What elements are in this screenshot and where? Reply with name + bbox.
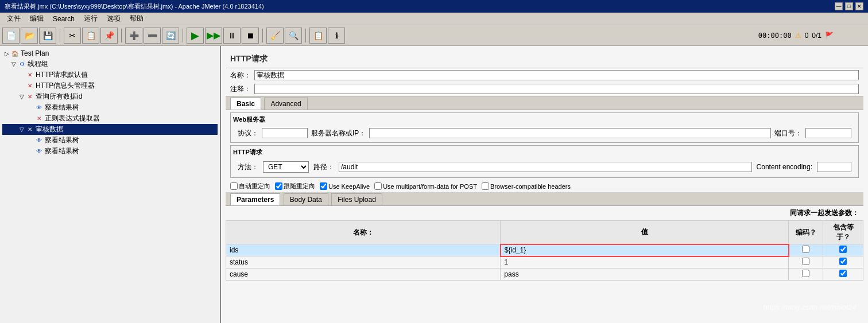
method-label: 方法：	[238, 162, 258, 172]
toolbar-toggle[interactable]: 🔄	[162, 28, 179, 44]
col-include: 包含等于？	[823, 221, 863, 244]
tree-item-audit[interactable]: ▽ ✕ 审核数据	[2, 124, 218, 135]
flag-icon: 🚩	[825, 32, 834, 40]
menu-options[interactable]: 选项	[102, 13, 125, 25]
comment-input[interactable]	[254, 84, 859, 94]
watermark: https://blog.csdn.net/haiot24	[763, 303, 857, 312]
close-button[interactable]: ✕	[855, 2, 863, 10]
param-name: cause	[226, 268, 501, 281]
tab-advanced[interactable]: Advanced	[264, 98, 307, 110]
expand-icon: ▽	[18, 94, 25, 100]
toolbar-run[interactable]: ▶	[187, 28, 204, 44]
tree-item-label: HTTP请求默认值	[36, 70, 88, 80]
main-layout: ▷ 🏠 Test Plan ▽ ⚙ 线程组 ✕ HTTP请求默认值 ✕ HTTP…	[0, 46, 868, 323]
table-row[interactable]: status 1	[226, 256, 863, 268]
tree-item-http-header[interactable]: ✕ HTTP信息头管理器	[2, 80, 218, 91]
menu-help[interactable]: 帮助	[125, 13, 148, 25]
tree-item-regex[interactable]: ✕ 正则表达式提取器	[2, 113, 218, 124]
tree-item-testplan[interactable]: ▷ 🏠 Test Plan	[2, 48, 218, 59]
menu-edit[interactable]: 编辑	[25, 13, 48, 25]
menu-search[interactable]: Search	[48, 14, 79, 24]
port-label: 端口号：	[774, 129, 802, 138]
toolbar-new[interactable]: 📄	[2, 28, 20, 44]
param-encode	[789, 268, 823, 281]
checkbox-keepalive[interactable]: Use KeepAlive	[320, 182, 370, 190]
param-name: status	[226, 256, 501, 268]
toolbar-info[interactable]: ℹ	[328, 28, 345, 44]
path-label: 路径：	[313, 162, 334, 172]
content-encoding-input[interactable]	[817, 162, 851, 172]
checkbox-follow-redirect[interactable]: 跟随重定向	[275, 182, 315, 190]
protocol-input[interactable]	[262, 128, 308, 138]
tree-item-label: Test Plan	[21, 49, 49, 57]
col-value: 值	[501, 221, 789, 244]
param-include	[823, 268, 863, 281]
menu-run[interactable]: 运行	[79, 13, 102, 25]
toolbar-sep5	[305, 29, 306, 42]
toolbar-clear[interactable]: 🧹	[266, 28, 284, 44]
checkbox-auto-redirect[interactable]: 自动重定向	[230, 182, 270, 190]
expand-icon	[28, 137, 34, 143]
checkbox-browser-headers[interactable]: Browser-compatible headers	[482, 182, 571, 190]
tree-panel: ▷ 🏠 Test Plan ▽ ⚙ 线程组 ✕ HTTP请求默认值 ✕ HTTP…	[0, 46, 221, 323]
menu-file[interactable]: 文件	[2, 13, 25, 25]
minimize-button[interactable]: —	[835, 2, 843, 10]
sub-tabs: Parameters Body Data Files Upload	[226, 192, 863, 206]
name-label: 名称：	[230, 71, 251, 80]
table-row[interactable]: ids ${id_1}	[226, 244, 863, 256]
toolbar-expand[interactable]: ➕	[125, 28, 142, 44]
main-tabs: Basic Advanced	[226, 96, 863, 110]
toolbar-save[interactable]: 💾	[39, 28, 56, 44]
param-value: ${id_1}	[501, 244, 789, 256]
toolbar-pause[interactable]: ⏸	[223, 28, 241, 44]
toolbar-stop[interactable]: ⏹	[242, 28, 259, 44]
warning-count: 0	[805, 32, 809, 40]
tab-basic[interactable]: Basic	[230, 98, 261, 110]
web-server-title: Web服务器	[233, 115, 856, 124]
warning-icon: ⚠	[795, 32, 801, 40]
port-input[interactable]	[805, 128, 851, 138]
tab-files-upload[interactable]: Files Upload	[331, 193, 382, 205]
tab-body-data[interactable]: Body Data	[284, 193, 328, 205]
title-bar: 察看结果树.jmx (C:\Users\syxy999\Desktop\察看结果…	[0, 0, 868, 13]
toolbar-open[interactable]: 📂	[21, 28, 38, 44]
timer-display: 00:00:00	[758, 32, 792, 40]
toolbar-sep1	[60, 29, 60, 42]
toolbar-run-current[interactable]: ▶▶	[205, 28, 222, 44]
expand-icon	[18, 72, 25, 78]
toolbar-paste[interactable]: 📌	[100, 28, 118, 44]
toolbar-list[interactable]: 📋	[309, 28, 327, 44]
audit-icon: ✕	[25, 125, 34, 134]
name-input[interactable]	[254, 70, 859, 80]
toolbar-copy[interactable]: 📋	[82, 28, 99, 44]
toolbar-cut[interactable]: ✂	[64, 28, 81, 44]
run-count: 0/1	[812, 32, 822, 40]
tree-item-label: 查询所有数据id	[36, 92, 82, 102]
path-input[interactable]	[339, 162, 752, 172]
param-include	[823, 244, 863, 256]
maximize-button[interactable]: □	[845, 2, 853, 10]
query-ids-icon: ✕	[25, 92, 34, 102]
tree-item-view-results3[interactable]: 👁 察看结果树	[2, 146, 218, 157]
server-input[interactable]	[369, 128, 771, 138]
table-row[interactable]: cause pass	[226, 268, 863, 281]
comment-row: 注释：	[226, 82, 863, 96]
checkbox-multipart[interactable]: Use multipart/form-data for POST	[374, 182, 477, 190]
param-name: ids	[226, 244, 501, 256]
tree-item-label: 正则表达式提取器	[45, 114, 100, 123]
window-title: 察看结果树.jmx (C:\Users\syxy999\Desktop\察看结果…	[5, 2, 264, 11]
tab-parameters[interactable]: Parameters	[230, 193, 280, 205]
tree-item-threadgroup[interactable]: ▽ ⚙ 线程组	[2, 59, 218, 69]
toolbar-find[interactable]: 🔍	[285, 28, 302, 44]
tree-item-label: 察看结果树	[45, 103, 79, 112]
toolbar-collapse[interactable]: ➖	[144, 28, 161, 44]
expand-icon: ▷	[3, 50, 10, 57]
tree-item-view-results1[interactable]: 👁 察看结果树	[2, 102, 218, 113]
tree-item-http-defaults[interactable]: ✕ HTTP请求默认值	[2, 69, 218, 80]
method-select[interactable]: GET POST PUT DELETE	[263, 161, 309, 173]
protocol-label: 协议：	[238, 129, 258, 138]
tree-item-label: 线程组	[28, 59, 48, 69]
tree-item-query-ids[interactable]: ▽ ✕ 查询所有数据id	[2, 91, 218, 102]
view-results3-icon: 👁	[34, 147, 44, 156]
tree-item-view-results2[interactable]: 👁 察看结果树	[2, 135, 218, 146]
